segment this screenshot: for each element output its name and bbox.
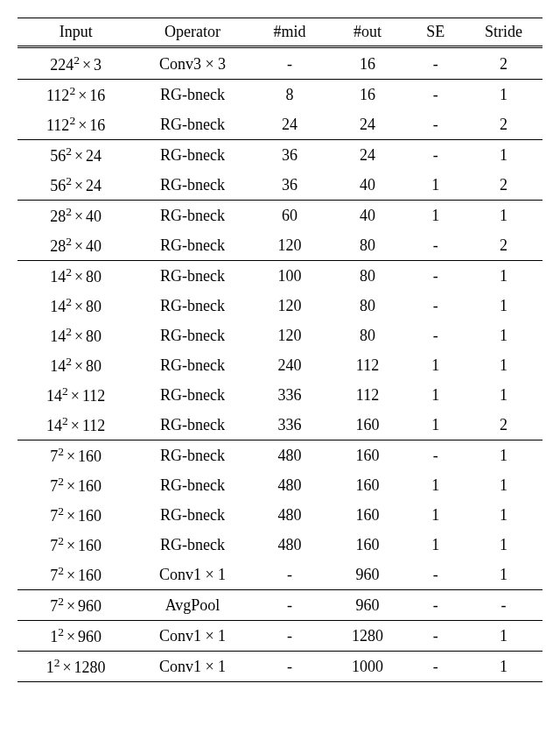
cell-operator: RG-bneck xyxy=(134,470,250,500)
cell-operator: Conv1 × 1 xyxy=(134,621,250,652)
cell-operator: Conv1 × 1 xyxy=(134,652,250,682)
cell-out: 80 xyxy=(329,230,407,261)
table-row: 72×160RG-bneck48016011 xyxy=(18,470,542,500)
cell-se: 1 xyxy=(406,470,465,500)
cell-mid: 24 xyxy=(251,109,329,140)
cell-input: 142×80 xyxy=(18,261,134,292)
cell-out: 16 xyxy=(329,80,407,110)
table-row: 72×160RG-bneck48016011 xyxy=(18,500,542,530)
cell-out: 160 xyxy=(329,500,407,530)
cell-out: 960 xyxy=(329,590,407,621)
cell-stride: 1 xyxy=(465,140,542,171)
cell-stride: 1 xyxy=(465,470,542,500)
table-row: 1122×16RG-bneck2424-2 xyxy=(18,109,542,140)
cell-operator: Conv3 × 3 xyxy=(134,46,250,80)
cell-input: 12×960 xyxy=(18,621,134,652)
cell-input: 12×1280 xyxy=(18,652,134,682)
cell-out: 40 xyxy=(329,201,407,231)
cell-out: 24 xyxy=(329,140,407,171)
cell-operator: RG-bneck xyxy=(134,500,250,530)
header-row: Input Operator #mid #out SE Stride xyxy=(18,18,542,46)
cell-input: 72×160 xyxy=(18,560,134,590)
cell-se: - xyxy=(406,621,465,652)
cell-mid: 100 xyxy=(251,261,329,292)
cell-mid: 480 xyxy=(251,470,329,500)
cell-mid: 336 xyxy=(251,380,329,410)
cell-stride: 1 xyxy=(465,530,542,560)
cell-mid: 36 xyxy=(251,140,329,171)
table-row: 142×80RG-bneck12080-1 xyxy=(18,291,542,321)
cell-se: - xyxy=(406,291,465,321)
cell-input: 142×112 xyxy=(18,410,134,440)
table-row: 2242×3Conv3 × 3-16-2 xyxy=(18,46,542,80)
cell-stride: 1 xyxy=(465,80,542,110)
cell-input: 72×160 xyxy=(18,530,134,560)
cell-input: 142×80 xyxy=(18,291,134,321)
cell-input: 72×160 xyxy=(18,440,134,471)
cell-out: 1280 xyxy=(329,621,407,652)
cell-stride: 1 xyxy=(465,321,542,350)
cell-se: - xyxy=(406,261,465,292)
cell-out: 160 xyxy=(329,530,407,560)
cell-mid: 120 xyxy=(251,230,329,261)
cell-stride: 1 xyxy=(465,500,542,530)
col-stride: Stride xyxy=(465,18,542,46)
cell-out: 16 xyxy=(329,46,407,80)
arch-table: Input Operator #mid #out SE Stride 2242×… xyxy=(18,18,542,682)
table-row: 12×1280Conv1 × 1-1000-1 xyxy=(18,652,542,682)
cell-operator: RG-bneck xyxy=(134,440,250,471)
cell-operator: RG-bneck xyxy=(134,350,250,380)
table-row: 282×40RG-bneck604011 xyxy=(18,201,542,231)
cell-se: - xyxy=(406,590,465,621)
cell-input: 142×80 xyxy=(18,321,134,350)
cell-out: 80 xyxy=(329,321,407,350)
table-row: 142×80RG-bneck24011211 xyxy=(18,350,542,380)
cell-stride: 2 xyxy=(465,230,542,261)
cell-stride: - xyxy=(465,590,542,621)
cell-out: 40 xyxy=(329,170,407,201)
table-body: 2242×3Conv3 × 3-16-21122×16RG-bneck816-1… xyxy=(18,46,542,682)
cell-se: - xyxy=(406,230,465,261)
cell-input: 1122×16 xyxy=(18,80,134,110)
cell-stride: 2 xyxy=(465,109,542,140)
table-row: 142×80RG-bneck12080-1 xyxy=(18,321,542,350)
cell-stride: 1 xyxy=(465,291,542,321)
cell-mid: 120 xyxy=(251,321,329,350)
col-operator: Operator xyxy=(134,18,250,46)
cell-operator: AvgPool xyxy=(134,590,250,621)
cell-se: 1 xyxy=(406,380,465,410)
cell-out: 960 xyxy=(329,560,407,590)
cell-stride: 2 xyxy=(465,170,542,201)
cell-mid: 336 xyxy=(251,410,329,440)
table-row: 282×40RG-bneck12080-2 xyxy=(18,230,542,261)
table-row: 72×160RG-bneck48016011 xyxy=(18,530,542,560)
cell-se: - xyxy=(406,321,465,350)
cell-mid: 480 xyxy=(251,500,329,530)
cell-se: - xyxy=(406,560,465,590)
table-row: 1122×16RG-bneck816-1 xyxy=(18,80,542,110)
cell-mid: - xyxy=(251,621,329,652)
cell-stride: 1 xyxy=(465,350,542,380)
cell-out: 80 xyxy=(329,261,407,292)
cell-se: - xyxy=(406,109,465,140)
cell-input: 282×40 xyxy=(18,230,134,261)
cell-operator: RG-bneck xyxy=(134,80,250,110)
cell-out: 160 xyxy=(329,470,407,500)
cell-operator: RG-bneck xyxy=(134,410,250,440)
cell-out: 24 xyxy=(329,109,407,140)
cell-mid: 480 xyxy=(251,530,329,560)
cell-input: 2242×3 xyxy=(18,46,134,80)
cell-se: - xyxy=(406,652,465,682)
cell-input: 72×160 xyxy=(18,470,134,500)
cell-mid: - xyxy=(251,652,329,682)
table-row: 562×24RG-bneck364012 xyxy=(18,170,542,201)
cell-operator: RG-bneck xyxy=(134,230,250,261)
cell-operator: RG-bneck xyxy=(134,530,250,560)
cell-se: 1 xyxy=(406,170,465,201)
cell-out: 160 xyxy=(329,440,407,471)
cell-out: 160 xyxy=(329,410,407,440)
cell-operator: RG-bneck xyxy=(134,291,250,321)
cell-stride: 1 xyxy=(465,652,542,682)
cell-input: 142×80 xyxy=(18,350,134,380)
cell-input: 1122×16 xyxy=(18,109,134,140)
